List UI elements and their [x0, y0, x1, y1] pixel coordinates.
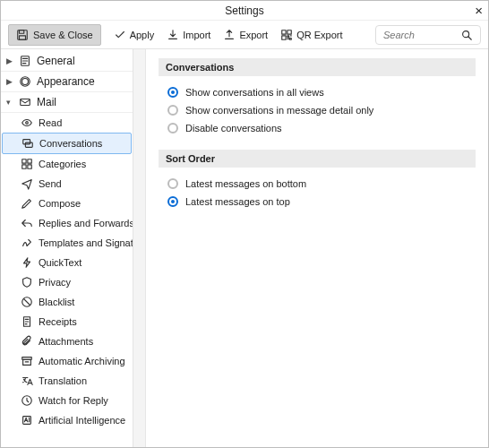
chevron-down-icon: ▾ [6, 98, 13, 107]
block-icon [21, 296, 33, 308]
eye-icon [21, 116, 33, 129]
svg-rect-1 [20, 30, 24, 33]
sidebar-item-send[interactable]: Send [1, 174, 133, 194]
content-panel: Conversations Show conversations in all … [146, 49, 488, 447]
radio-label: Latest messages on bottom [185, 178, 306, 189]
svg-rect-10 [21, 99, 30, 106]
sidebar-item-watch-for-reply[interactable]: Watch for Reply [1, 391, 133, 410]
sidebar-item-label: Blacklist [39, 297, 74, 307]
check-icon [114, 29, 126, 41]
vertical-gutter[interactable] [133, 49, 146, 447]
search-box[interactable] [375, 25, 481, 45]
sidebar-item-label: Automatic Archiving [39, 356, 125, 366]
export-button[interactable]: Export [223, 29, 268, 41]
radio-show-all-views[interactable]: Show conversations in all views [159, 83, 476, 101]
svg-rect-17 [28, 165, 31, 168]
sidebar-item-conversations[interactable]: Conversations [2, 133, 132, 154]
clock-icon [21, 394, 33, 407]
sidebar-item-blacklist[interactable]: Blacklist [1, 292, 133, 312]
section-header-conversations: Conversations [159, 58, 476, 76]
radio-label: Latest messages on top [185, 196, 290, 207]
export-icon [223, 29, 236, 41]
sidebar-item-templates-signatures[interactable]: Templates and Signatures [1, 233, 133, 253]
svg-rect-3 [282, 30, 286, 33]
svg-rect-16 [22, 165, 26, 168]
radio-label: Show conversations in all views [185, 87, 324, 98]
qr-icon [280, 29, 293, 41]
titlebar: Settings × [1, 1, 488, 21]
sidebar-item-label: General [37, 55, 75, 67]
sidebar-item-automatic-archiving[interactable]: Automatic Archiving [1, 351, 133, 371]
translate-icon [21, 375, 33, 387]
sidebar-item-label: Replies and Forwards [39, 218, 133, 228]
svg-rect-15 [28, 159, 31, 163]
sidebar-item-categories[interactable]: Categories [1, 154, 133, 174]
close-icon[interactable]: × [475, 1, 483, 21]
sidebar-item-quicktext[interactable]: QuickText [1, 253, 133, 272]
sidebar-item-label: QuickText [39, 257, 82, 268]
sidebar-item-label: Categories [39, 159, 86, 169]
sidebar-item-label: Templates and Signatures [39, 237, 133, 248]
sidebar-item-receipts[interactable]: Receipts [1, 312, 133, 332]
qr-export-button[interactable]: QR Export [280, 29, 342, 41]
mail-icon [19, 96, 31, 108]
sidebar-item-appearance[interactable]: ▶ Appearance [1, 72, 133, 92]
sidebar-item-label: Conversations [39, 138, 102, 149]
radio-indicator [167, 196, 178, 207]
radio-latest-top[interactable]: Latest messages on top [159, 193, 476, 211]
radio-label: Disable conversations [185, 123, 282, 134]
svg-rect-4 [287, 30, 291, 33]
sidebar-item-artificial-intelligence[interactable]: Artificial Intelligence [1, 410, 133, 430]
sidebar-item-compose[interactable]: Compose [1, 194, 133, 213]
paperclip-icon [21, 335, 33, 348]
sidebar-item-read[interactable]: Read [1, 113, 133, 133]
qr-export-label: QR Export [296, 30, 342, 40]
conversations-icon [21, 137, 34, 150]
radio-disable-conversations[interactable]: Disable conversations [159, 119, 476, 137]
send-icon [21, 177, 33, 190]
svg-point-11 [26, 122, 29, 125]
bolt-icon [21, 256, 33, 269]
radio-indicator [167, 105, 178, 116]
save-label: Save & Close [33, 30, 93, 40]
radio-show-detail-only[interactable]: Show conversations in message detail onl… [159, 101, 476, 119]
sidebar-item-attachments[interactable]: Attachments [1, 332, 133, 351]
radio-label: Show conversations in message detail onl… [185, 105, 373, 116]
sidebar-item-general[interactable]: ▶ General [1, 51, 133, 72]
sidebar-item-label: Read [39, 117, 62, 128]
import-icon [167, 29, 179, 41]
svg-rect-2 [20, 35, 26, 39]
import-label: Import [183, 30, 210, 40]
save-and-close-button[interactable]: Save & Close [8, 24, 101, 46]
general-icon [19, 55, 31, 67]
archive-icon [21, 355, 33, 367]
ai-icon [21, 414, 33, 426]
pencil-icon [21, 197, 33, 210]
sidebar-item-replies-forwards[interactable]: Replies and Forwards [1, 213, 133, 233]
sidebar-item-label: Artificial Intelligence [39, 415, 125, 426]
sidebar-item-label: Watch for Reply [39, 395, 108, 406]
signature-icon [21, 237, 33, 249]
reply-icon [21, 217, 33, 229]
svg-point-8 [22, 79, 29, 85]
import-button[interactable]: Import [167, 29, 210, 41]
sidebar-item-label: Privacy [39, 277, 71, 288]
sidebar-item-label: Receipts [39, 316, 77, 327]
sidebar-item-label: Compose [39, 198, 81, 209]
sidebar-item-privacy[interactable]: Privacy [1, 272, 133, 292]
sidebar-item-label: Appearance [37, 75, 95, 88]
svg-rect-14 [22, 159, 26, 163]
sidebar-item-mail[interactable]: ▾ Mail [1, 92, 133, 113]
appearance-icon [19, 75, 31, 88]
chevron-right-icon: ▶ [6, 77, 13, 86]
search-icon [460, 29, 473, 41]
svg-rect-12 [23, 140, 30, 144]
section-header-sort-order: Sort Order [159, 150, 476, 168]
sidebar-item-translation[interactable]: Translation [1, 371, 133, 391]
sidebar[interactable]: ▶ General ▶ Appearance ▾ Mail Read Conve… [1, 49, 133, 447]
apply-button[interactable]: Apply [114, 29, 155, 41]
toolbar: Save & Close Apply Import Export QR Expo… [1, 21, 488, 49]
search-input[interactable] [383, 30, 455, 40]
radio-latest-bottom[interactable]: Latest messages on bottom [159, 175, 476, 193]
sidebar-item-label: Attachments [39, 336, 93, 347]
